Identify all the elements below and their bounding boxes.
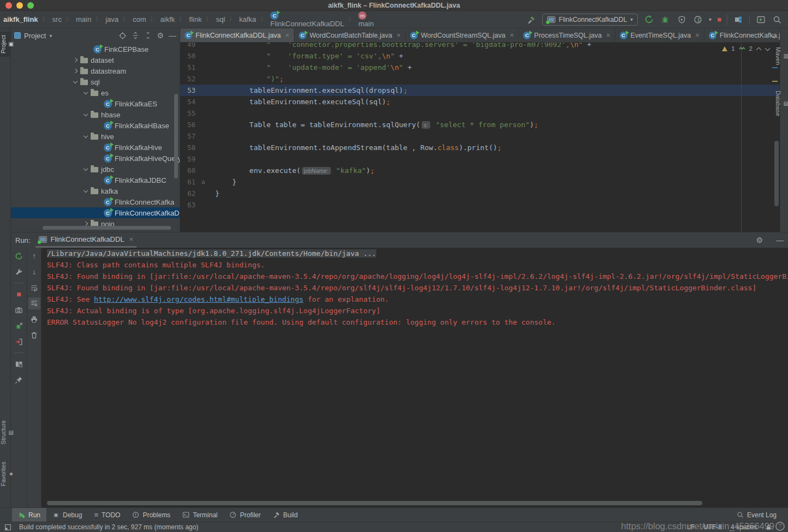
breadcrumb-item[interactable]: CFlinkConnectKafkaDDL [270,11,344,28]
tree-item-hive[interactable]: hive [11,131,180,142]
tree-item-dataset[interactable]: dataset [11,55,180,65]
profiler-button[interactable] [692,14,703,25]
run-console[interactable]: /Library/Java/JavaVirtualMachines/jdk1.8… [42,248,788,507]
toolwindow-button-profiler[interactable]: Profiler [223,508,266,522]
stop-icon[interactable]: ■ [13,288,25,300]
profiler-dropdown-icon[interactable]: ▾ [709,16,712,22]
sidebar-item-maven[interactable]: ▥ Maven [780,44,788,68]
console-horizontal-scrollbar[interactable] [47,501,702,505]
editor-tab[interactable]: CWordCountStreamSQL.java× [406,28,519,42]
hide-panel-icon[interactable]: — [169,32,176,39]
close-icon[interactable]: × [606,31,611,39]
toolwindow-button-run[interactable]: Run [12,508,46,522]
sidebar-item-structure[interactable]: Structure ▤ [0,417,11,448]
up-icon[interactable]: ↑ [28,250,40,262]
code-line[interactable]: 59 [180,153,780,165]
sidebar-item-favorites[interactable]: Favorites ★ [0,458,11,489]
code-line[interactable]: 57 [180,130,780,142]
collapse-arrow-icon[interactable] [84,91,88,95]
breadcrumb-item[interactable]: aikfk_flink [3,15,38,23]
code-line[interactable]: 61⌂ } [180,176,780,188]
tree-item-flinkkafkahive[interactable]: CFlinkKafkaHive [11,142,180,153]
breadcrumb-item[interactable]: main [76,15,91,23]
editor-tab[interactable]: CFlinkConnectKafkaDDL.java× [180,28,294,42]
code-line[interactable]: 54 tableEnvironment.executeSql(sql); [180,96,780,107]
previous-problem-icon[interactable] [756,46,761,51]
code-line[interactable]: 55 [180,107,780,119]
hide-run-panel-icon[interactable]: — [776,236,784,244]
editor-tab[interactable]: CProcessTimeSQL.java× [519,28,615,42]
scroll-to-end-icon[interactable] [28,297,40,309]
editor-tab[interactable]: CEventTimeSQL.java× [615,28,704,42]
run-button[interactable] [643,14,654,25]
debug-button[interactable] [660,14,671,25]
sidebar-item-project[interactable]: Project ▣ [0,32,11,57]
breadcrumb-item[interactable]: sql [216,15,225,23]
close-icon[interactable]: × [695,31,700,39]
close-icon[interactable]: × [509,31,514,39]
rerun-icon[interactable] [13,250,25,262]
breadcrumb-item[interactable]: mmain [358,11,374,28]
run-settings-gear-icon[interactable]: ⚙ [756,236,763,244]
print-icon[interactable] [28,313,40,325]
collapse-arrow-icon[interactable] [84,167,88,171]
run-configuration-select[interactable]: FlinkConnectKafkaDDL ▾ [542,14,638,26]
project-view-select[interactable]: Project ▾ [14,32,52,40]
breadcrumb-item[interactable]: src [52,15,62,23]
tree-item-jdbc[interactable]: jdbc [11,164,180,175]
run-anything-button[interactable] [755,14,766,25]
tree-item-sql[interactable]: sql [11,76,180,87]
toolwindow-button-todo[interactable]: ≡TODO [88,508,126,522]
expand-arrow-icon[interactable] [73,58,78,62]
tree-item-finkcepbase[interactable]: CFinkCEPBase [11,44,180,55]
close-icon[interactable]: × [396,31,401,39]
search-everywhere-icon[interactable] [772,14,783,25]
coverage-button[interactable] [676,14,687,25]
tree-vertical-scrollbar[interactable] [174,94,178,178]
tree-item-flinkkafkajdbc[interactable]: CFlinkKafkaJDBC [11,175,180,186]
exit-icon[interactable] [13,336,25,348]
toolwindow-button-terminal[interactable]: Terminal [176,508,223,522]
breadcrumb-item[interactable]: java [105,15,119,23]
code-line[interactable]: 49 " 'connector.properties.bootstrap.ser… [180,43,780,50]
collapse-arrow-icon[interactable] [73,80,78,84]
down-icon[interactable]: ↓ [28,266,40,278]
editor-scrollbar[interactable] [774,141,779,206]
editor-tab[interactable]: CWordCountBatchTable.java× [294,28,406,42]
stop-button[interactable]: ■ [717,16,721,23]
breadcrumb-item[interactable]: com [133,15,146,23]
code-editor[interactable]: 49 " 'connector.properties.bootstrap.ser… [180,43,780,232]
event-log-button[interactable]: Event Log [731,508,783,522]
locate-file-icon[interactable] [119,32,127,40]
trash-icon[interactable] [28,329,40,341]
soft-wrap-icon[interactable] [28,282,40,294]
tree-item-datastream[interactable]: datastream [11,65,180,76]
code-line[interactable]: 52 ")"; [180,73,780,85]
tree-item-flinkkafkaes[interactable]: CFlinkKafkaES [11,98,180,109]
code-line[interactable]: 62} [180,188,780,199]
wrench-icon[interactable] [13,266,25,278]
toolwindow-button-debug[interactable]: Debug [46,508,88,522]
expand-all-icon[interactable] [132,32,139,39]
code-line[interactable]: 60 env.execute(jobName: "kafka"); [180,165,780,176]
layout-icon[interactable] [13,358,25,370]
tree-item-flinkkafkahbase[interactable]: CFlinkKafkaHBase [11,120,180,131]
tree-item-kafka[interactable]: kafka [11,186,180,196]
tree-item-hbase[interactable]: hbase [11,109,180,120]
hidden-tabs-icon[interactable] [772,32,777,40]
close-icon[interactable]: × [129,235,134,243]
breadcrumb-item[interactable]: flink [189,15,202,23]
camera-icon[interactable] [13,304,25,316]
code-line[interactable]: 53 tableEnvironment.executeSql(dropsql); [180,85,780,96]
code-line[interactable]: 63 [180,199,780,211]
tree-item-flinkconnectkafka[interactable]: CFlinkConnectKafka [11,196,180,207]
run-tab[interactable]: FlinkConnectKafkaDDL × [35,233,137,248]
toolwindow-button-build[interactable]: Build [267,508,304,522]
attach-debugger-icon[interactable] [13,320,25,332]
breadcrumb-item[interactable]: aikfk [161,15,175,23]
console-link[interactable]: http://www.slf4j.org/codes.html#multiple… [94,295,304,303]
collapse-arrow-icon[interactable] [84,189,88,193]
collapse-arrow-icon[interactable] [84,134,88,139]
gear-icon[interactable]: ⚙ [157,32,164,39]
project-structure-icon[interactable] [733,14,744,25]
